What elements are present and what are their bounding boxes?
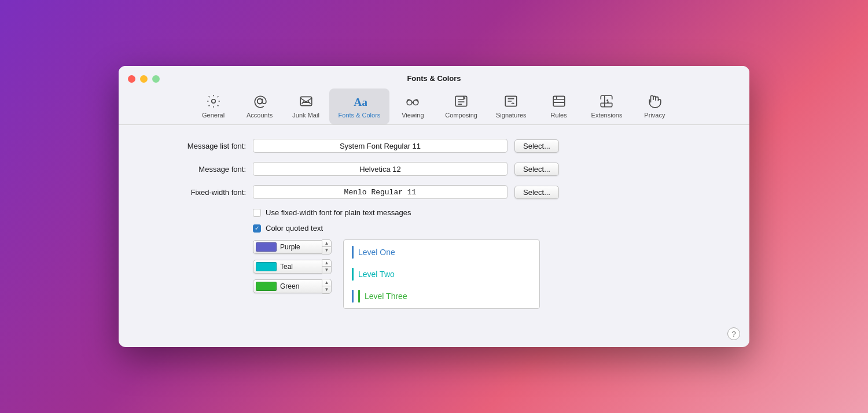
color-picker-purple[interactable]: Purple: [253, 240, 322, 254]
message-font-row: Message font: Helvetica 12 Select...: [142, 162, 726, 176]
junk-icon: [299, 93, 314, 109]
fixed-width-font-label: Fixed-width font:: [142, 188, 246, 197]
level-three-outer-bar: [352, 290, 354, 303]
toolbar-rules[interactable]: Rules: [536, 89, 582, 124]
stepper-teal[interactable]: ▲ ▼: [322, 259, 332, 274]
arrow-down-purple[interactable]: ▼: [322, 247, 331, 254]
color-name-purple: Purple: [280, 243, 318, 251]
extensions-icon: [599, 93, 614, 109]
traffic-lights: [128, 75, 160, 83]
level-three-inner-bar: [358, 290, 360, 303]
stepper-green[interactable]: ▲ ▼: [322, 279, 332, 294]
message-font-display: Helvetica 12: [253, 162, 507, 176]
rules-label: Rules: [551, 112, 567, 119]
color-quoted-checkbox[interactable]: ✓: [253, 224, 261, 233]
message-font-select[interactable]: Select...: [514, 163, 559, 176]
arrow-up-green[interactable]: ▲: [322, 279, 331, 286]
fixed-width-font-select[interactable]: Select...: [514, 186, 559, 199]
color-picker-green[interactable]: Green: [253, 279, 322, 293]
color-name-teal: Teal: [280, 263, 318, 271]
signatures-icon: [503, 93, 518, 109]
toolbar-viewing[interactable]: Viewing: [389, 89, 436, 124]
preview-box: Level One Level Two Level Three: [343, 239, 540, 309]
fixed-width-checkbox-label: Use fixed-width font for plain text mess…: [266, 208, 411, 217]
color-quoted-checkbox-label: Color quoted text: [266, 224, 323, 233]
junkmail-label: Junk Mail: [292, 112, 319, 119]
titlebar: Fonts & Colors General: [119, 66, 749, 125]
fonts-icon: Aa: [352, 93, 367, 109]
color-section: Purple ▲ ▼ Teal ▲ ▼: [253, 239, 726, 309]
svg-text:Aa: Aa: [354, 96, 367, 108]
level-two-text: Level Two: [358, 270, 395, 279]
color-swatch-purple: [256, 242, 277, 252]
level-two-bar: [352, 268, 354, 281]
preview-level-two: Level Two: [352, 268, 531, 281]
color-row-green: Green ▲ ▼: [253, 279, 332, 294]
message-list-font-label: Message list font:: [142, 142, 246, 150]
minimize-button[interactable]: [140, 75, 148, 83]
arrow-up-teal[interactable]: ▲: [322, 260, 331, 267]
gear-icon: [206, 93, 221, 109]
color-row-purple: Purple ▲ ▼: [253, 239, 332, 255]
help-button[interactable]: ?: [727, 327, 740, 340]
arrow-down-teal[interactable]: ▼: [322, 267, 331, 274]
svg-rect-14: [553, 96, 565, 106]
arrow-down-green[interactable]: ▼: [322, 286, 331, 293]
content-area: Message list font: System Font Regular 1…: [119, 125, 749, 323]
svg-rect-2: [300, 97, 312, 105]
toolbar-privacy[interactable]: Privacy: [631, 89, 678, 124]
toolbar-accounts[interactable]: Accounts: [237, 89, 283, 124]
rules-icon: [551, 93, 567, 109]
toolbar-signatures[interactable]: Signatures: [487, 89, 536, 124]
at-icon: [252, 93, 267, 109]
level-one-bar: [352, 246, 354, 259]
signatures-label: Signatures: [496, 112, 527, 119]
preferences-window: Fonts & Colors General: [119, 66, 749, 347]
preview-level-three: Level Three: [352, 290, 531, 303]
compose-icon: [454, 93, 469, 109]
message-list-font-select[interactable]: Select...: [514, 139, 559, 153]
accounts-label: Accounts: [247, 112, 273, 119]
extensions-label: Extensions: [591, 112, 623, 119]
viewing-label: Viewing: [402, 112, 424, 119]
color-row-teal: Teal ▲ ▼: [253, 259, 332, 274]
close-button[interactable]: [128, 75, 135, 83]
preview-level-one: Level One: [352, 246, 531, 259]
svg-point-0: [211, 99, 215, 104]
window-title: Fonts & Colors: [407, 74, 461, 83]
message-list-font-row: Message list font: System Font Regular 1…: [142, 139, 726, 153]
color-list: Purple ▲ ▼ Teal ▲ ▼: [253, 239, 332, 294]
level-three-text: Level Three: [365, 292, 407, 301]
level-one-text: Level One: [358, 248, 395, 257]
stepper-purple[interactable]: ▲ ▼: [322, 239, 332, 255]
hand-icon: [647, 93, 662, 109]
color-swatch-green: [256, 282, 277, 291]
toolbar-composing[interactable]: Composing: [436, 89, 487, 124]
bottom-bar: ?: [119, 323, 749, 347]
toolbar-junkmail[interactable]: Junk Mail: [283, 89, 329, 124]
fonts-label: Fonts & Colors: [339, 112, 381, 119]
toolbar-general[interactable]: General: [190, 89, 237, 124]
general-label: General: [202, 112, 225, 119]
color-picker-teal[interactable]: Teal: [253, 260, 322, 274]
fixed-width-checkbox-row: Use fixed-width font for plain text mess…: [253, 208, 726, 217]
fixed-width-checkbox[interactable]: [253, 209, 261, 217]
privacy-label: Privacy: [644, 112, 665, 119]
toolbar-extensions[interactable]: Extensions: [582, 89, 632, 124]
zoom-button[interactable]: [152, 75, 160, 83]
color-swatch-teal: [256, 262, 277, 271]
toolbar: General Accounts: [190, 89, 678, 124]
message-list-font-display: System Font Regular 11: [253, 139, 507, 153]
color-name-green: Green: [280, 282, 318, 290]
arrow-up-purple[interactable]: ▲: [322, 240, 331, 247]
composing-label: Composing: [445, 112, 477, 119]
toolbar-fonts[interactable]: Aa Fonts & Colors: [329, 89, 390, 124]
fixed-width-font-display: Menlo Regular 11: [253, 185, 507, 199]
message-font-label: Message font:: [142, 165, 246, 174]
fixed-width-font-row: Fixed-width font: Menlo Regular 11 Selec…: [142, 185, 726, 199]
color-quoted-checkbox-row: ✓ Color quoted text: [253, 224, 726, 233]
glasses-icon: [405, 93, 420, 109]
